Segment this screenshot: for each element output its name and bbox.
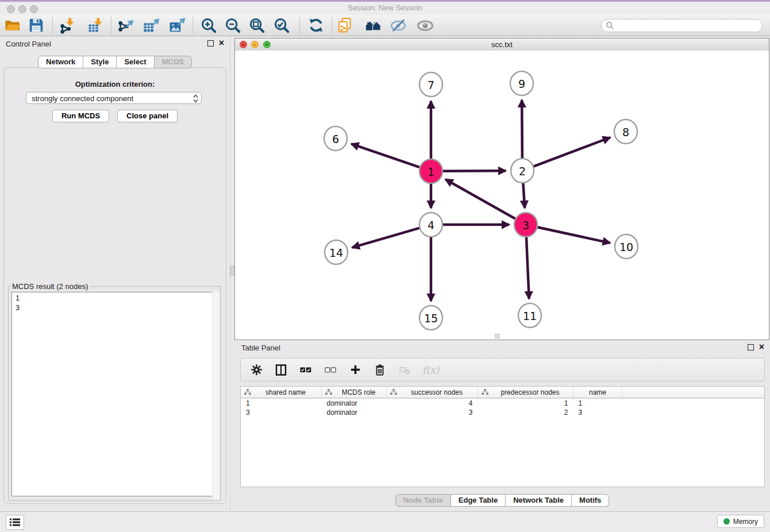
- splitter-grip[interactable]: [230, 265, 234, 276]
- task-history-button[interactable]: [6, 515, 24, 530]
- mcds-result-group: MCDS result (2 nodes) 13: [8, 282, 221, 501]
- tab-motifs[interactable]: Motifs: [572, 494, 609, 507]
- export-network-icon[interactable]: [116, 17, 136, 34]
- column-header-shared-name[interactable]: shared name: [241, 387, 322, 398]
- control-panel: Control Panel × NetworkStyleSelectMCDS O…: [0, 36, 230, 511]
- node-15[interactable]: 15: [419, 306, 442, 330]
- tab-mcds[interactable]: MCDS: [155, 56, 192, 68]
- tab-style[interactable]: Style: [83, 56, 117, 68]
- node-10[interactable]: 10: [615, 234, 638, 259]
- open-session-icon[interactable]: [3, 17, 22, 34]
- main-toolbar: [0, 15, 770, 36]
- edge-2-8[interactable]: [534, 137, 610, 166]
- tab-node-table[interactable]: Node Table: [395, 494, 451, 507]
- node-4[interactable]: 4: [419, 213, 442, 237]
- cell-MCDS-role: dominator: [322, 398, 387, 408]
- import-table-icon[interactable]: [86, 17, 106, 34]
- float-panel-icon[interactable]: [207, 40, 214, 47]
- node-1[interactable]: 1: [419, 159, 442, 183]
- zoom-out-icon[interactable]: [223, 17, 242, 34]
- run-mcds-button[interactable]: Run MCDS: [52, 110, 109, 122]
- table-body: 1dominator4113dominator323: [241, 398, 764, 417]
- float-table-panel-icon[interactable]: [748, 344, 754, 350]
- table-tabs: Node TableEdge TableNetwork TableMotifs: [234, 494, 770, 507]
- node-7[interactable]: 7: [419, 72, 442, 97]
- cell-shared-name: 3: [241, 408, 322, 417]
- svg-text:11: 11: [523, 310, 537, 322]
- search-input[interactable]: [615, 20, 757, 31]
- zoom-selected-icon[interactable]: [272, 17, 291, 34]
- cell-successor-nodes: 3: [387, 408, 478, 417]
- select-all-columns-icon[interactable]: [299, 363, 313, 377]
- tab-network-table[interactable]: Network Table: [506, 494, 572, 507]
- save-session-icon[interactable]: [26, 17, 46, 34]
- tree-icon: [244, 389, 251, 395]
- column-header-predecessor-nodes[interactable]: predecessor nodes: [478, 387, 573, 398]
- close-panel-button[interactable]: Close panel: [117, 110, 178, 122]
- tab-edge-table[interactable]: Edge Table: [451, 494, 506, 507]
- zoom-fit-icon[interactable]: [247, 17, 267, 34]
- first-neighbors-icon[interactable]: [364, 17, 383, 34]
- toggle-column-panel-icon[interactable]: [274, 363, 288, 377]
- tree-icon: [390, 389, 397, 395]
- criterion-dropdown[interactable]: strongly connected component: [26, 92, 202, 104]
- edge-4-14[interactable]: [352, 228, 419, 248]
- add-column-icon[interactable]: [348, 363, 362, 377]
- panel-splitter[interactable]: [230, 36, 234, 511]
- edge-2-3[interactable]: [523, 183, 525, 208]
- toolbar-separator: [332, 17, 332, 33]
- column-settings-gear-icon[interactable]: [249, 363, 263, 377]
- result-scrollbar[interactable]: [212, 291, 220, 500]
- node-9[interactable]: 9: [510, 71, 533, 95]
- mcds-panel: Optimization criterion: strongly connect…: [3, 67, 226, 504]
- show-graphics-details-icon[interactable]: [415, 17, 435, 34]
- column-header-MCDS-role[interactable]: MCDS role: [322, 387, 387, 398]
- delete-columns-icon[interactable]: [373, 363, 387, 377]
- svg-text:8: 8: [622, 126, 629, 138]
- cell-MCDS-role: dominator: [322, 408, 387, 417]
- export-image-icon[interactable]: [167, 17, 187, 34]
- unselect-all-columns-icon[interactable]: [324, 363, 337, 377]
- close-panel-icon[interactable]: ×: [219, 40, 224, 47]
- result-line: 3: [16, 303, 213, 313]
- cell-name: 3: [573, 408, 622, 417]
- function-builder-icon[interactable]: f(x): [422, 364, 439, 376]
- apply-layout-icon[interactable]: [306, 17, 326, 34]
- close-table-panel-icon[interactable]: ×: [759, 344, 764, 350]
- column-header-successor-nodes[interactable]: successor nodes: [387, 387, 478, 398]
- node-6[interactable]: 6: [324, 126, 347, 151]
- network-canvas[interactable]: 7968124314101511: [235, 51, 769, 340]
- export-table-icon[interactable]: [141, 17, 161, 34]
- network-graph[interactable]: 7968124314101511: [235, 51, 769, 340]
- svg-text:7: 7: [428, 79, 434, 91]
- table-row-2[interactable]: 3dominator323: [241, 408, 764, 417]
- import-network-icon[interactable]: [58, 17, 78, 34]
- table-row-1[interactable]: 1dominator411: [241, 398, 764, 408]
- tab-network[interactable]: Network: [38, 56, 83, 68]
- node-11[interactable]: 11: [518, 303, 541, 327]
- node-14[interactable]: 14: [325, 240, 348, 264]
- edge-1-2[interactable]: [443, 171, 506, 171]
- svg-text:1: 1: [428, 165, 434, 178]
- cell-name: 1: [573, 398, 622, 408]
- column-header-name[interactable]: name: [573, 387, 622, 398]
- memory-button[interactable]: Memory: [717, 515, 764, 528]
- delete-table-icon[interactable]: [398, 363, 411, 377]
- zoom-in-icon[interactable]: [199, 17, 218, 34]
- window-resize-grip[interactable]: [495, 334, 500, 338]
- table-panel: Table Panel ×: [234, 340, 770, 511]
- mcds-result-text[interactable]: 13: [11, 292, 217, 496]
- tab-select[interactable]: Select: [117, 56, 154, 68]
- edge-1-6[interactable]: [351, 144, 419, 167]
- node-8[interactable]: 8: [614, 119, 637, 144]
- clone-network-icon[interactable]: [335, 17, 355, 34]
- edge-2-9[interactable]: [522, 100, 522, 159]
- hide-graphics-details-icon[interactable]: [388, 17, 408, 34]
- application-window: Session: New Session: [0, 0, 770, 532]
- node-3[interactable]: 3: [514, 213, 537, 237]
- edge-3-11[interactable]: [526, 237, 529, 299]
- network-window-titlebar[interactable]: × − + scc.txt: [235, 38, 769, 51]
- node-2[interactable]: 2: [511, 159, 534, 183]
- edge-3-10[interactable]: [538, 227, 610, 242]
- edge-3-1[interactable]: [445, 179, 515, 218]
